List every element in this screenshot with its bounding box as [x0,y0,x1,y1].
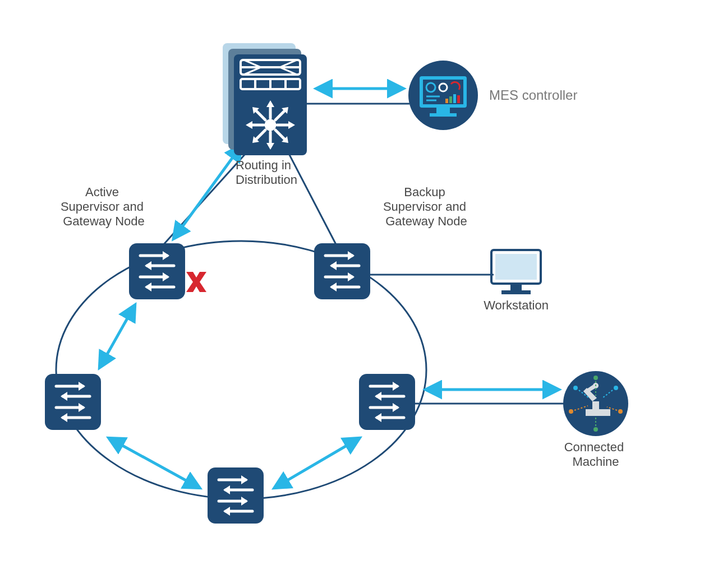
svg-point-54 [573,386,578,390]
link-failure-icon [186,272,206,292]
ring-switch-bottom [208,467,264,524]
backup-supervisor-label: Backup Supervisor and Gateway Node [383,185,470,228]
svg-rect-44 [510,284,522,290]
svg-line-9 [275,438,359,488]
connected-machine-node [563,371,628,436]
backup-supervisor-switch [314,243,370,299]
mes-controller-node [408,61,478,130]
routing-distribution-node [223,43,307,155]
svg-point-51 [593,427,598,432]
svg-rect-48 [592,401,599,411]
svg-point-20 [266,121,275,129]
svg-point-55 [614,386,618,390]
svg-line-7 [100,305,135,367]
workstation-node [491,250,541,294]
svg-rect-38 [445,99,448,103]
ring-topology [56,241,426,499]
active-supervisor-switch [129,243,185,299]
svg-rect-43 [495,254,537,280]
ring-switch-left [45,374,101,430]
connected-machine-label: Connected Machine [564,440,628,469]
svg-rect-41 [457,95,460,103]
svg-rect-45 [501,290,531,294]
svg-rect-33 [430,113,457,117]
ring-switch-right [359,374,415,430]
network-diagram: MES controller Routing in Distribution A… [0,0,718,588]
active-supervisor-label: Active Supervisor and Gateway Node [61,185,147,228]
svg-rect-39 [449,96,452,103]
routing-distribution-label: Routing in Distribution [236,158,297,187]
svg-point-50 [593,376,598,380]
svg-point-52 [569,409,573,414]
svg-rect-32 [436,108,450,113]
mes-controller-label: MES controller [489,87,577,103]
svg-rect-40 [453,94,456,103]
svg-line-6 [174,146,241,238]
svg-line-8 [109,438,199,488]
svg-point-53 [618,409,623,414]
workstation-label: Workstation [484,298,549,312]
